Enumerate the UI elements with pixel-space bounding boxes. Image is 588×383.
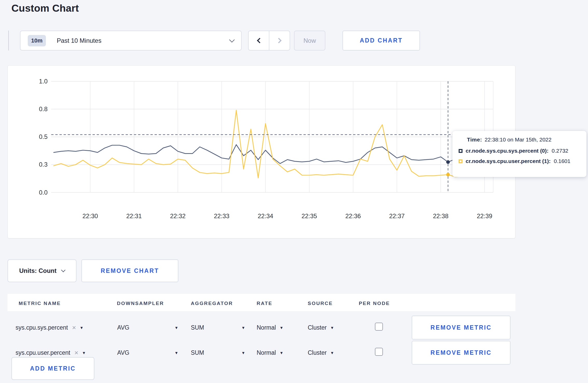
svg-text:0.0: 0.0 — [39, 189, 47, 196]
tooltip-time-label: Time: — [467, 137, 482, 143]
dropdown-caret-icon[interactable]: ▼ — [171, 341, 178, 365]
source-value: Cluster — [308, 324, 327, 331]
add-metric-button[interactable]: ADD METRIC — [11, 357, 94, 380]
dropdown-caret-icon: ▼ — [330, 351, 334, 355]
source-value: Cluster — [308, 349, 327, 356]
chart-hover-tooltip: Time:22:38:10 on Mar 15th, 2022 cr.node.… — [452, 131, 586, 177]
tooltip-series-row: cr.node.sys.cpu.sys.percent (0): 0.2732 — [456, 148, 581, 154]
dropdown-caret-icon: ▼ — [82, 351, 86, 355]
svg-text:22:36: 22:36 — [345, 212, 361, 219]
units-label: Units: Count — [19, 267, 57, 274]
rate-value: Normal — [257, 349, 276, 356]
dropdown-caret-icon: ▼ — [279, 325, 283, 330]
page-title: Custom Chart — [11, 3, 79, 14]
remove-metric-button[interactable]: REMOVE METRIC — [412, 316, 510, 339]
chevron-down-icon — [61, 268, 65, 272]
svg-text:22:34: 22:34 — [258, 212, 273, 219]
column-header-metric-name: METRIC NAME — [19, 301, 61, 306]
dropdown-caret-icon[interactable]: ▼ — [238, 341, 245, 365]
column-header-rate: RATE — [257, 301, 272, 306]
time-nav-group — [248, 31, 290, 51]
add-chart-button[interactable]: ADD CHART — [342, 31, 420, 51]
per-node-checkbox[interactable] — [375, 323, 383, 331]
svg-text:22:38: 22:38 — [433, 212, 449, 219]
svg-text:0.3: 0.3 — [39, 161, 47, 168]
aggregator-select[interactable]: SUM — [191, 316, 204, 339]
series-swatch-sys-icon — [459, 149, 463, 153]
time-range-label: Past 10 Minutes — [57, 37, 230, 44]
tooltip-time-row: Time:22:38:10 on Mar 15th, 2022 — [467, 137, 581, 143]
time-forward-button[interactable] — [269, 31, 290, 50]
column-header-source: SOURCE — [308, 301, 333, 306]
metric-name-value: sys.cpu.user.percent — [16, 349, 70, 356]
close-x-icon[interactable]: × — [74, 349, 78, 356]
tooltip-series-value: 0.2732 — [552, 148, 568, 154]
tooltip-series-name: cr.node.sys.cpu.user.percent (1): — [466, 158, 551, 164]
remove-chart-button[interactable]: REMOVE CHART — [81, 259, 178, 282]
tooltip-series-row: cr.node.sys.cpu.user.percent (1): 0.1601 — [456, 158, 581, 164]
tooltip-series-name: cr.node.sys.cpu.sys.percent (0): — [466, 148, 549, 154]
per-node-checkbox[interactable] — [375, 348, 383, 356]
time-range-select[interactable]: 10m Past 10 Minutes — [20, 31, 242, 51]
svg-text:22:32: 22:32 — [170, 212, 186, 219]
timeseries-chart[interactable]: 0.00.30.50.81.022:3022:3122:3222:3322:34… — [8, 66, 515, 238]
dropdown-caret-icon: ▼ — [279, 351, 283, 355]
chevron-down-icon — [229, 37, 235, 42]
svg-text:22:33: 22:33 — [214, 212, 229, 219]
time-back-button[interactable] — [249, 31, 269, 50]
downsampler-select[interactable]: AVG — [117, 316, 129, 339]
source-select[interactable]: Cluster▼ — [308, 316, 334, 339]
toolbar-divider — [8, 31, 9, 51]
time-scale-badge: 10m — [28, 35, 46, 46]
remove-metric-button[interactable]: REMOVE METRIC — [412, 341, 510, 365]
dropdown-caret-icon: ▼ — [330, 325, 334, 330]
metric-name-value: sys.cpu.sys.percent — [16, 324, 68, 331]
tooltip-series-value: 0.1601 — [554, 158, 570, 164]
chevron-right-icon — [276, 38, 281, 43]
svg-text:22:35: 22:35 — [302, 212, 317, 219]
dropdown-caret-icon: ▼ — [80, 325, 83, 330]
dropdown-caret-icon[interactable]: ▼ — [171, 316, 178, 339]
metric-name-select[interactable]: sys.cpu.sys.percent × ▼ — [16, 316, 83, 339]
column-header-per-node: PER NODE — [359, 301, 390, 306]
downsampler-select[interactable]: AVG — [117, 341, 129, 365]
rate-value: Normal — [257, 324, 276, 331]
svg-text:22:30: 22:30 — [82, 212, 98, 219]
chart-card: 0.00.30.50.81.022:3022:3122:3222:3322:34… — [8, 65, 515, 238]
rate-select[interactable]: Normal▼ — [257, 341, 283, 365]
svg-text:0.8: 0.8 — [39, 105, 47, 112]
metric-row: sys.cpu.sys.percent × ▼ AVG ▼ SUM ▼ Norm… — [8, 316, 515, 339]
column-header-aggregator: AGGREGATOR — [191, 301, 233, 306]
now-button[interactable]: Now — [294, 31, 325, 51]
svg-text:1.0: 1.0 — [39, 78, 47, 85]
rate-select[interactable]: Normal▼ — [257, 316, 283, 339]
series-swatch-user-icon — [459, 159, 463, 163]
svg-text:0.5: 0.5 — [39, 133, 47, 140]
tooltip-time-value: 22:38:10 on Mar 15th, 2022 — [485, 137, 551, 143]
svg-text:22:31: 22:31 — [126, 212, 142, 219]
metrics-table-header: METRIC NAME DOWNSAMPLER AGGREGATOR RATE … — [8, 294, 515, 311]
close-x-icon[interactable]: × — [72, 324, 76, 331]
chevron-left-icon — [257, 38, 262, 43]
svg-text:22:37: 22:37 — [389, 212, 405, 219]
units-select[interactable]: Units: Count — [8, 259, 76, 282]
dropdown-caret-icon[interactable]: ▼ — [238, 316, 245, 339]
aggregator-select[interactable]: SUM — [191, 341, 204, 365]
svg-text:22:39: 22:39 — [477, 212, 492, 219]
source-select[interactable]: Cluster▼ — [308, 341, 334, 365]
column-header-downsampler: DOWNSAMPLER — [117, 301, 164, 306]
